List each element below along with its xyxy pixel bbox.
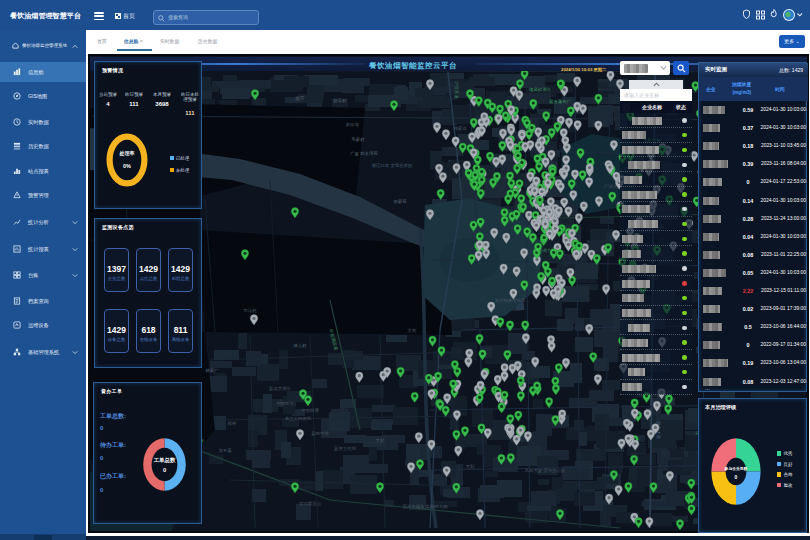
svg-text:相桥: 相桥 (228, 421, 237, 426)
svg-text:大利: 大利 (466, 464, 475, 469)
svg-text:老卫人民医院: 老卫人民医院 (285, 416, 312, 421)
svg-text:新芳卫生院: 新芳卫生院 (334, 446, 357, 451)
svg-text:参与企业总数: 参与企业总数 (724, 465, 748, 470)
svg-text:格家浜: 格家浜 (453, 126, 467, 131)
svg-text:中国联通: 中国联通 (301, 407, 319, 413)
svg-text:工单总数: 工单总数 (153, 457, 176, 464)
svg-text:0%: 0% (123, 163, 131, 169)
svg-text:林家厂: 林家厂 (204, 368, 219, 373)
svg-text:宜兴市城东 实验幼儿园: 宜兴市城东 实验幼儿园 (402, 504, 447, 509)
svg-text:浙江口木 文化艺术区: 浙江口木 文化艺术区 (372, 162, 413, 168)
svg-text:0: 0 (163, 467, 166, 473)
svg-text:海坚鲜酒店: 海坚鲜酒店 (529, 87, 552, 92)
svg-text:处理率: 处理率 (118, 150, 134, 157)
svg-text:水浸沟: 水浸沟 (345, 122, 358, 127)
svg-text:太子庙: 太子庙 (218, 448, 232, 453)
svg-text:紫金瀑布厂: 紫金瀑布厂 (549, 98, 572, 104)
svg-text:新阳中学: 新阳中学 (311, 431, 329, 436)
svg-text:铁家苑: 铁家苑 (392, 199, 407, 204)
svg-text:新吴大酒店: 新吴大酒店 (269, 386, 292, 391)
svg-text:毛家村: 毛家村 (350, 136, 365, 143)
svg-text:沪宜高速: 沪宜高速 (454, 81, 459, 99)
svg-text:文前: 文前 (408, 328, 417, 333)
svg-text:0: 0 (735, 474, 738, 480)
svg-text:中国移动: 中国移动 (276, 401, 294, 406)
